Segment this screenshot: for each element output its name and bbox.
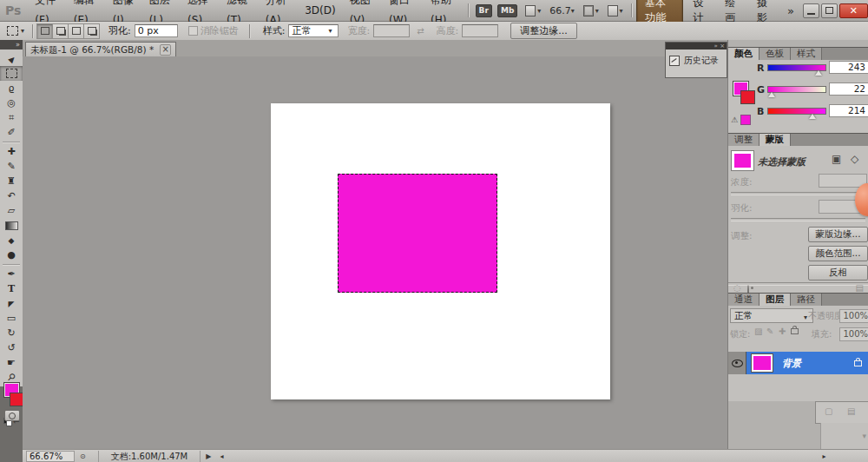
- green-slider[interactable]: [767, 86, 826, 93]
- hand-tool[interactable]: ☛: [0, 355, 23, 370]
- tab-styles[interactable]: 样式: [791, 48, 822, 60]
- blend-mode-dropdown[interactable]: 正常 ▾: [730, 308, 813, 323]
- tab-layers[interactable]: 图层: [760, 294, 791, 306]
- scroll-down-icon[interactable]: ▾: [862, 432, 866, 440]
- add-vector-mask-icon[interactable]: ◇: [851, 153, 858, 165]
- minimize-button[interactable]: [803, 3, 819, 18]
- screen-mode-icon[interactable]: [608, 5, 618, 16]
- green-value-input[interactable]: 22: [829, 82, 868, 96]
- marquee-tool-preset-icon[interactable]: [7, 26, 18, 36]
- chevron-down-icon[interactable]: ▾: [571, 7, 575, 15]
- blur-tool[interactable]: ◆: [0, 233, 23, 248]
- red-value-input[interactable]: 243: [829, 61, 868, 74]
- lock-all-icon[interactable]: [791, 325, 799, 337]
- new-selection-button[interactable]: [36, 23, 53, 39]
- zoom-level-control[interactable]: 66.7: [549, 5, 571, 16]
- add-to-selection-button[interactable]: [52, 23, 69, 39]
- gradient-tool[interactable]: [0, 218, 23, 233]
- scroll-right-icon[interactable]: ▸: [822, 452, 825, 460]
- gamut-chip[interactable]: [740, 115, 751, 125]
- bridge-icon[interactable]: Br: [476, 4, 492, 17]
- blue-value-input[interactable]: 214: [829, 104, 868, 117]
- blue-slider[interactable]: [767, 108, 826, 115]
- dodge-tool[interactable]: ●: [0, 248, 23, 262]
- opacity-input[interactable]: 100%: [839, 309, 868, 323]
- path-selection-tool[interactable]: ◤: [0, 296, 23, 311]
- blue-slider-thumb[interactable]: [809, 114, 816, 119]
- chevron-down-icon[interactable]: ▾: [595, 7, 599, 15]
- mask-edge-button[interactable]: 蒙版边缘...: [808, 227, 868, 242]
- style-dropdown[interactable]: 正常 ▾: [288, 24, 339, 37]
- tab-swatches[interactable]: 色板: [760, 48, 791, 60]
- selection-marquee[interactable]: [338, 174, 497, 293]
- tab-paths[interactable]: 路径: [791, 294, 822, 306]
- history-panel-button[interactable]: 历史记录: [666, 50, 727, 72]
- close-button[interactable]: ✕: [839, 3, 868, 18]
- layer-row-background[interactable]: 背景: [728, 352, 868, 374]
- color-range-button[interactable]: 颜色范围...: [808, 246, 868, 261]
- toolbox-collapse-icon[interactable]: »: [0, 40, 23, 50]
- type-tool[interactable]: T: [0, 281, 23, 296]
- orbit-3d-tool[interactable]: ↺: [0, 340, 23, 355]
- tab-masks[interactable]: 蒙版: [760, 134, 791, 146]
- chevron-down-icon[interactable]: ▾: [537, 7, 541, 15]
- menu-3d[interactable]: 3D(D): [298, 1, 342, 21]
- scroll-left-icon[interactable]: ◂: [220, 452, 223, 460]
- clone-stamp-tool[interactable]: ♜: [0, 174, 23, 188]
- shape-tool[interactable]: ▭: [0, 311, 23, 326]
- lock-position-icon[interactable]: ✚: [779, 327, 786, 336]
- add-pixel-mask-icon[interactable]: ▣: [832, 153, 841, 165]
- lasso-tool[interactable]: ϱ: [0, 81, 23, 96]
- feather-input[interactable]: 0 px: [135, 24, 178, 37]
- layer-visibility-cell[interactable]: [728, 352, 746, 374]
- crop-tool[interactable]: ⌗: [0, 110, 23, 125]
- rotate-3d-tool[interactable]: ↻: [0, 326, 23, 340]
- history-brush-tool[interactable]: ↶: [0, 188, 23, 203]
- rect-marquee-tool[interactable]: [0, 66, 23, 81]
- move-tool[interactable]: ▶: [0, 51, 23, 66]
- lock-paint-icon[interactable]: ✎: [766, 327, 773, 336]
- quick-mask-button[interactable]: [4, 410, 20, 421]
- layer-thumbnail[interactable]: [751, 353, 773, 373]
- eraser-tool[interactable]: ▱: [0, 203, 23, 218]
- document-tab[interactable]: 未标题-1 @ 66.7%(RGB/8) * ×: [25, 42, 176, 57]
- status-flyout-icon[interactable]: ▶: [206, 452, 211, 460]
- workspace-overflow-icon[interactable]: »: [780, 4, 801, 17]
- background-chip[interactable]: [740, 90, 755, 104]
- close-icon[interactable]: ×: [720, 43, 725, 50]
- status-corner: [0, 449, 23, 462]
- mini-bridge-icon[interactable]: Mb: [497, 4, 517, 17]
- subtract-from-selection-button[interactable]: [68, 23, 84, 39]
- red-slider-thumb[interactable]: [815, 70, 822, 76]
- collapse-icon[interactable]: »: [714, 43, 718, 50]
- new-layer-icon[interactable]: ▢: [825, 406, 832, 416]
- status-bar: 66.67% ⊙ 文档:1.60M/1.47M ▶ ◂ ▸: [0, 449, 868, 462]
- chevron-down-icon[interactable]: ▾: [620, 7, 623, 15]
- swap-dimensions-icon[interactable]: ⇄: [417, 26, 424, 36]
- pen-tool[interactable]: ✒: [0, 267, 23, 281]
- history-panel-header[interactable]: » ×: [666, 43, 727, 50]
- tab-color[interactable]: 颜色: [728, 48, 760, 60]
- brush-tool[interactable]: ✎: [0, 159, 23, 174]
- tab-channels[interactable]: 通道: [728, 294, 760, 306]
- lock-transparency-icon[interactable]: ▨: [754, 327, 762, 336]
- status-zoom-input[interactable]: 66.67%: [26, 451, 75, 462]
- green-slider-thumb[interactable]: [768, 92, 775, 97]
- antialias-checkbox[interactable]: [188, 26, 198, 36]
- document-close-icon[interactable]: ×: [160, 44, 171, 56]
- quick-selection-tool[interactable]: ◎: [0, 96, 23, 110]
- mask-thumbnail[interactable]: [731, 150, 754, 171]
- intersect-selection-button[interactable]: [83, 23, 100, 39]
- view-extras-icon[interactable]: [583, 5, 594, 16]
- delete-layer-icon[interactable]: ▤: [847, 406, 855, 416]
- refine-edge-button[interactable]: 调整边缘...: [510, 23, 577, 39]
- restore-button[interactable]: [821, 3, 838, 18]
- fill-input[interactable]: 100%: [839, 327, 868, 341]
- spot-healing-tool[interactable]: ✚: [0, 144, 23, 159]
- chevron-down-icon[interactable]: ▾: [21, 27, 24, 35]
- eyedropper-tool[interactable]: ✐: [0, 125, 23, 140]
- tab-adjustments[interactable]: 调整: [728, 134, 760, 146]
- move-tool-icon: ▶: [6, 54, 16, 64]
- arrange-documents-icon[interactable]: [525, 5, 536, 16]
- invert-button[interactable]: 反相: [808, 265, 868, 280]
